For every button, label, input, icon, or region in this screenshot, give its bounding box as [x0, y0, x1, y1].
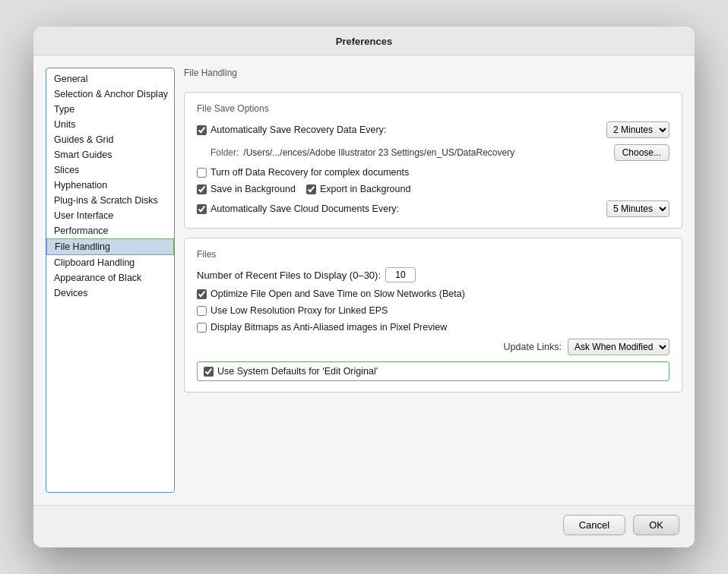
save-background-label[interactable]: Save in Background [197, 184, 296, 194]
sidebar-item-clipboard[interactable]: Clipboard Handling [46, 255, 174, 270]
folder-path: /Users/.../ences/Adobe Illustrator 23 Se… [243, 147, 514, 158]
section-label: File Handling [184, 68, 682, 78]
auto-save-minutes-select[interactable]: 2 Minutes [606, 121, 669, 138]
export-background-checkbox[interactable] [306, 184, 316, 194]
save-background-checkbox[interactable] [197, 184, 207, 194]
sidebar-item-plugins[interactable]: Plug-ins & Scratch Disks [46, 193, 174, 208]
sidebar-item-units[interactable]: Units [46, 117, 174, 132]
dialog-body: General Selection & Anchor Display Type … [33, 55, 695, 505]
choose-button[interactable]: Choose... [614, 144, 669, 161]
dialog-footer: Cancel OK [33, 505, 695, 547]
export-background-label[interactable]: Export in Background [306, 184, 411, 194]
cancel-button[interactable]: Cancel [563, 515, 625, 535]
sidebar-item-hyphenation[interactable]: Hyphenation [46, 178, 174, 193]
file-save-options-panel: File Save Options Automatically Save Rec… [184, 92, 682, 229]
main-content: File Handling File Save Options Automati… [184, 68, 682, 493]
files-panel: Files Number of Recent Files to Display … [184, 238, 682, 393]
folder-label: Folder: [210, 147, 239, 158]
files-panel-title: Files [197, 249, 669, 260]
preferences-dialog: Preferences General Selection & Anchor D… [33, 27, 695, 547]
low-res-checkbox[interactable] [197, 306, 207, 316]
optimize-label[interactable]: Optimize File Open and Save Time on Slow… [197, 289, 465, 299]
sidebar-item-type[interactable]: Type [46, 102, 174, 117]
auto-save-label[interactable]: Automatically Save Recovery Data Every: [197, 125, 602, 135]
sidebar: General Selection & Anchor Display Type … [46, 68, 175, 493]
sidebar-item-file-handling[interactable]: File Handling [46, 238, 174, 255]
sidebar-item-guides-grid[interactable]: Guides & Grid [46, 132, 174, 147]
edit-original-row: Use System Defaults for 'Edit Original' [197, 361, 669, 381]
update-links-row: Update Links: Ask When Modified Automati… [197, 339, 669, 355]
sidebar-item-selection-anchor[interactable]: Selection & Anchor Display [46, 87, 174, 102]
auto-cloud-checkbox[interactable] [197, 204, 207, 214]
recent-files-input[interactable] [385, 267, 416, 282]
auto-save-checkbox[interactable] [197, 125, 207, 135]
auto-cloud-label[interactable]: Automatically Save Cloud Documents Every… [197, 203, 602, 214]
auto-save-row: Automatically Save Recovery Data Every: … [197, 121, 669, 138]
low-res-label[interactable]: Use Low Resolution Proxy for Linked EPS [197, 305, 388, 316]
sidebar-item-performance[interactable]: Performance [46, 223, 174, 238]
file-save-options-title: File Save Options [197, 103, 669, 114]
sidebar-item-slices[interactable]: Slices [46, 162, 174, 178]
sidebar-item-general[interactable]: General [46, 71, 174, 87]
sidebar-item-appearance-black[interactable]: Appearance of Black [46, 270, 174, 285]
low-res-row: Use Low Resolution Proxy for Linked EPS [197, 305, 669, 316]
auto-cloud-row: Automatically Save Cloud Documents Every… [197, 200, 669, 217]
dialog-title: Preferences [33, 27, 695, 55]
edit-original-label[interactable]: Use System Defaults for 'Edit Original' [204, 366, 378, 377]
sidebar-item-user-interface[interactable]: User Interface [46, 208, 174, 223]
display-bitmaps-row: Display Bitmaps as Anti-Aliased images i… [197, 322, 669, 333]
turn-off-row: Turn off Data Recovery for complex docum… [197, 167, 669, 178]
optimize-row: Optimize File Open and Save Time on Slow… [197, 289, 669, 299]
update-links-label: Update Links: [504, 342, 562, 352]
folder-row: Folder: /Users/.../ences/Adobe Illustrat… [210, 144, 669, 161]
auto-cloud-minutes-select[interactable]: 5 Minutes [606, 200, 669, 217]
edit-original-checkbox[interactable] [204, 367, 214, 377]
ok-button[interactable]: OK [633, 515, 679, 535]
recent-files-row: Number of Recent Files to Display (0–30)… [197, 267, 669, 282]
optimize-checkbox[interactable] [197, 289, 207, 299]
sidebar-item-smart-guides[interactable]: Smart Guides [46, 147, 174, 162]
update-links-select[interactable]: Ask When Modified Automatically Manually [568, 339, 669, 355]
turn-off-checkbox[interactable] [197, 168, 207, 178]
save-export-row: Save in Background Export in Background [197, 184, 669, 194]
display-bitmaps-label[interactable]: Display Bitmaps as Anti-Aliased images i… [197, 322, 447, 333]
turn-off-label[interactable]: Turn off Data Recovery for complex docum… [197, 167, 409, 178]
sidebar-item-devices[interactable]: Devices [46, 285, 174, 301]
display-bitmaps-checkbox[interactable] [197, 323, 207, 333]
recent-files-label: Number of Recent Files to Display (0–30)… [197, 270, 381, 281]
